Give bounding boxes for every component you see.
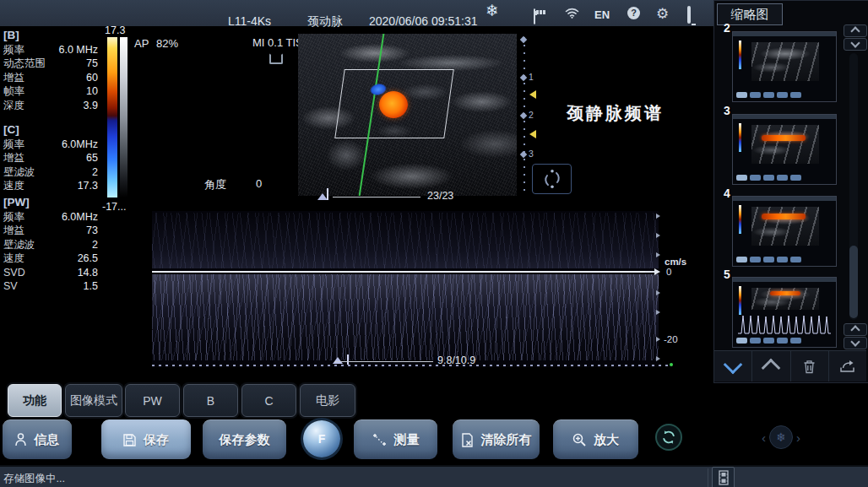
export-thumbnail-button[interactable] <box>829 351 866 381</box>
refresh-icon <box>661 430 676 445</box>
axis-tick <box>656 252 660 257</box>
spectrum-below-baseline <box>152 274 659 360</box>
param-row: 动态范围75 <box>3 57 98 70</box>
spectrum-scroll-track[interactable] <box>334 361 433 362</box>
cine-store-button[interactable] <box>712 467 735 487</box>
film-icon <box>719 470 729 485</box>
spectrum-scroll-cursor[interactable] <box>347 354 349 365</box>
param-row: 频率6.0MHz <box>3 138 98 151</box>
doppler-flow-vessel <box>379 91 408 118</box>
ruler-diamond <box>520 36 527 43</box>
axis-tick <box>656 290 660 295</box>
axis-tick <box>656 233 660 238</box>
param-row: 增益73 <box>3 224 98 237</box>
thumbnail-item[interactable] <box>732 114 837 185</box>
param-row: 帧率10 <box>3 84 98 98</box>
param-row: 速度26.5 <box>3 252 98 265</box>
f-key-button[interactable]: F <box>303 420 340 457</box>
save-button[interactable]: 保存 <box>101 419 191 459</box>
settings-gear-icon[interactable]: ⚙ <box>656 5 669 23</box>
page-down-button[interactable] <box>714 351 752 381</box>
param-section-c: [C] 频率6.0MHz 增益65 壁滤波2 速度17.3 <box>3 122 98 193</box>
acoustic-power-label: AP <box>134 37 149 50</box>
person-icon <box>15 433 26 446</box>
axis-unit-label: cm/s <box>665 257 686 267</box>
angle-right-glyph: › <box>796 430 800 445</box>
frame-slider-cursor[interactable] <box>327 188 328 200</box>
thumbnail-waveform <box>738 311 831 336</box>
delete-thumbnail-button[interactable] <box>791 351 829 381</box>
status-bar: 存储图像中... <box>0 465 868 487</box>
tab-function[interactable]: 功能 <box>8 384 62 417</box>
b-mode-image[interactable] <box>298 34 517 196</box>
axis-zero-label: 0 <box>666 267 671 277</box>
rotate-icon[interactable] <box>532 164 572 194</box>
tab-pw[interactable]: PW <box>125 384 180 417</box>
ruler-mark-label: 3 <box>529 149 534 159</box>
annotation-text: 颈静脉频谱 <box>567 102 664 125</box>
thumbnail-scrollbar-thumb[interactable] <box>849 246 858 318</box>
tab-c[interactable]: C <box>241 384 296 417</box>
probe-orientation-marker <box>269 53 283 64</box>
save-params-button[interactable]: 保存参数 <box>203 419 286 459</box>
tab-cine[interactable]: 电影 <box>300 384 355 417</box>
colorbar-max-label: 17.3 <box>105 24 125 36</box>
thumbnail-item[interactable] <box>732 277 837 348</box>
param-row: 壁滤波2 <box>3 238 98 252</box>
exam-type: 颈动脉 <box>307 14 343 30</box>
freeze-indicator: ‹ ❄ › <box>761 425 801 450</box>
tab-image-mode[interactable]: 图像模式 <box>65 384 122 417</box>
baseline-arrowhead <box>654 268 660 275</box>
frame-counter: 23/23 <box>427 190 453 202</box>
scroll-up-button-bottom[interactable] <box>844 323 867 336</box>
thumbnail-item[interactable] <box>732 196 837 267</box>
param-row: 频率6.0MHz <box>3 210 98 224</box>
frame-slider-track[interactable] <box>333 197 420 198</box>
spectrum-time-label: 9.8/10.9 <box>437 354 475 366</box>
trash-icon <box>803 360 816 374</box>
thumbnail-item[interactable] <box>732 31 837 102</box>
thumbnail-toolbar <box>714 350 866 381</box>
param-row: 壁滤波2 <box>3 165 98 179</box>
display-icon[interactable] <box>687 6 691 24</box>
param-row: 速度17.3 <box>3 179 98 192</box>
baseline-arrow <box>645 271 654 273</box>
update-button[interactable] <box>657 425 681 449</box>
ruler-diamond <box>520 112 527 119</box>
scroll-down-button[interactable] <box>844 38 867 51</box>
pw-spectrum[interactable] <box>152 211 659 367</box>
language-toggle[interactable]: EN <box>594 8 610 21</box>
export-icon <box>839 360 855 373</box>
section-title: [C] <box>3 122 98 137</box>
measure-button[interactable]: 测量 <box>354 419 437 459</box>
param-row: SV1.5 <box>3 279 98 293</box>
ruler-diamond <box>520 151 527 158</box>
axis-tick <box>656 310 660 315</box>
save-icon <box>123 434 136 446</box>
spectrum-scroll-handle[interactable] <box>333 357 343 364</box>
scroll-down-button-bottom[interactable] <box>844 337 867 349</box>
thumbnail-panel: 缩略图 2 3 4 5 <box>713 0 868 383</box>
page-up-button[interactable] <box>752 351 790 381</box>
angle-label: 角度 <box>204 177 226 192</box>
param-row: 增益65 <box>3 151 98 165</box>
scroll-up-button[interactable] <box>844 24 867 37</box>
thumbnail-number: 2 <box>724 21 730 35</box>
status-divider <box>708 468 708 487</box>
thumbnail-number: 4 <box>724 187 730 200</box>
acoustic-power-value: 82% <box>156 37 178 50</box>
help-icon[interactable]: ? <box>627 7 640 19</box>
info-button[interactable]: 信息 <box>3 419 72 459</box>
colorbar-min-label: -17... <box>102 201 127 213</box>
ruler-mark-label: 1 <box>529 72 534 82</box>
axis-min-label: -20 <box>664 334 678 344</box>
clear-all-button[interactable]: 清除所有 <box>453 419 540 459</box>
doppler-colorbar <box>107 37 117 198</box>
measure-icon <box>372 433 387 446</box>
param-section-pw: [PW] 频率6.0MHz 增益73 壁滤波2 速度26.5 SVD14.8 S… <box>3 195 98 293</box>
param-row: 增益60 <box>3 71 98 84</box>
clear-icon <box>461 433 474 447</box>
tab-b[interactable]: B <box>183 384 238 417</box>
axis-tick <box>656 356 660 361</box>
zoom-button[interactable]: 放大 <box>553 419 638 459</box>
